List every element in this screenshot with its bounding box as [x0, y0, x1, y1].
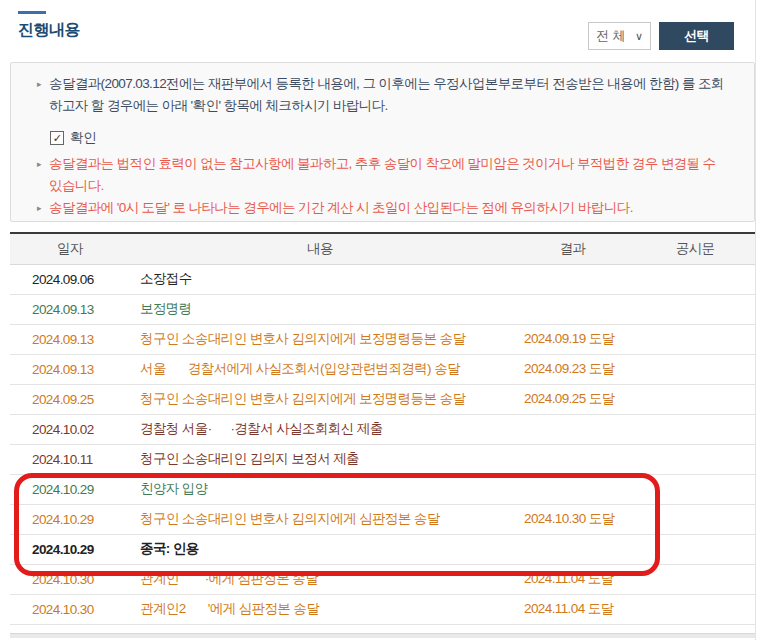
table-row: 2024.09.13서울 경찰서에게 사실조회서(입양관련범죄경력) 송달202… [10, 354, 755, 384]
notice-warning-text: 송달결과에 '0시 도달' 로 나타나는 경우에는 기간 계산 시 초일이 산입… [49, 200, 633, 215]
table-row: 2024.10.29청구인 소송대리인 변호사 김의지에게 심판정본 송달202… [10, 504, 755, 534]
cell-date: 2024.09.13 [10, 294, 130, 324]
cell-result [510, 534, 635, 564]
bullet-icon: ▸ [37, 73, 41, 95]
notice-warning-text: 송달결과는 법적인 효력이 없는 참고사항에 불과하고, 추후 송달이 착오에 … [49, 156, 715, 193]
cell-content: 관계인2 '에게 심판정본 송달 [130, 594, 510, 624]
notice-box: ▸ 송달결과(2007.03.12전에는 재판부에서 등록한 내용에, 그 이후… [10, 62, 755, 222]
column-header-content: 내용 [130, 234, 510, 264]
cell-content: 청구인 소송대리인 김의지 보정서 제출 [130, 444, 510, 474]
cell-result: 2024.09.25 도달 [510, 384, 635, 414]
cell-content: 경찰청 서울· ·경찰서 사실조회회신 제출 [130, 414, 510, 444]
cell-date: 2024.10.11 [10, 444, 130, 474]
table-header-row: 일자 내용 결과 공시문 [10, 234, 755, 264]
table-row: 2024.10.29종국: 인용 [10, 534, 755, 564]
cell-date: 2024.10.29 [10, 534, 130, 564]
cell-notice-doc [635, 354, 755, 384]
cell-notice-doc [635, 474, 755, 504]
notice-warning-item: ▸ 송달결과에 '0시 도달' 로 나타나는 경우에는 기간 계산 시 초일이 … [37, 197, 730, 219]
progress-table: 일자 내용 결과 공시문 2024.09.06소장접수2024.09.13보정명… [10, 232, 755, 625]
page-right-border [755, 0, 756, 640]
confirm-checkbox-label: 확인 [70, 127, 96, 149]
table-row: 2024.10.29친양자 입양 [10, 474, 755, 504]
cell-notice-doc [635, 534, 755, 564]
table-row: 2024.10.02경찰청 서울· ·경찰서 사실조회회신 제출 [10, 414, 755, 444]
filter-selected-value: 전 체 [596, 27, 626, 45]
page-header: 진행내용 전 체 ∨ 선택 [0, 0, 768, 62]
cell-result [510, 474, 635, 504]
bullet-icon: ▸ [37, 153, 41, 175]
notice-info-text: 송달결과(2007.03.12전에는 재판부에서 등록한 내용에, 그 이후에는… [49, 76, 724, 113]
cell-notice-doc [635, 414, 755, 444]
column-header-date: 일자 [10, 234, 130, 264]
cell-date: 2024.09.13 [10, 324, 130, 354]
table-row: 2024.10.30관계인 ˙ ·에게 심판정본 송달2024.11.04 도달 [10, 564, 755, 594]
cell-content: 종국: 인용 [130, 534, 510, 564]
cell-result: 2024.11.04 도달 [510, 564, 635, 594]
cell-notice-doc [635, 564, 755, 594]
title-accent-bar [18, 11, 46, 14]
column-header-notice-doc: 공시문 [635, 234, 755, 264]
filter-select[interactable]: 전 체 ∨ [588, 22, 651, 50]
chevron-down-icon: ∨ [635, 30, 643, 43]
cell-notice-doc [635, 384, 755, 414]
cell-content: 청구인 소송대리인 변호사 김의지에게 보정명령등본 송달 [130, 324, 510, 354]
cell-notice-doc [635, 444, 755, 474]
cell-result [510, 294, 635, 324]
cell-date: 2024.10.30 [10, 594, 130, 624]
notice-warning-item: ▸ 송달결과는 법적인 효력이 없는 참고사항에 불과하고, 추후 송달이 착오… [37, 153, 730, 197]
cell-content: 청구인 소송대리인 변호사 김의지에게 심판정본 송달 [130, 504, 510, 534]
cell-notice-doc [635, 324, 755, 354]
table-row: 2024.09.06소장접수 [10, 264, 755, 294]
cell-date: 2024.10.02 [10, 414, 130, 444]
cell-content: 서울 경찰서에게 사실조회서(입양관련범죄경력) 송달 [130, 354, 510, 384]
cell-result: 2024.11.04 도달 [510, 594, 635, 624]
column-header-result: 결과 [510, 234, 635, 264]
cell-content: 친양자 입양 [130, 474, 510, 504]
table-row: 2024.10.30관계인2 '에게 심판정본 송달2024.11.04 도달 [10, 594, 755, 624]
cell-date: 2024.09.13 [10, 354, 130, 384]
notice-info-item: ▸ 송달결과(2007.03.12전에는 재판부에서 등록한 내용에, 그 이후… [37, 73, 730, 117]
cell-result: 2024.10.30 도달 [510, 504, 635, 534]
cell-notice-doc [635, 294, 755, 324]
cell-content: 관계인 ˙ ·에게 심판정본 송달 [130, 564, 510, 594]
select-button[interactable]: 선택 [659, 22, 734, 50]
cell-notice-doc [635, 594, 755, 624]
cell-content: 청구인 소송대리인 변호사 김의지에게 보정명령등본 송달 [130, 384, 510, 414]
cell-result: 2024.09.23 도달 [510, 354, 635, 384]
cell-content: 보정명령 [130, 294, 510, 324]
cell-result [510, 264, 635, 294]
table-row: 2024.09.13보정명령 [10, 294, 755, 324]
cell-notice-doc [635, 504, 755, 534]
filter-controls: 전 체 ∨ 선택 [588, 22, 734, 50]
cell-notice-doc [635, 264, 755, 294]
bullet-icon: ▸ [37, 197, 41, 219]
table-row: 2024.09.25청구인 소송대리인 변호사 김의지에게 보정명령등본 송달2… [10, 384, 755, 414]
section-divider [10, 633, 755, 638]
table-row: 2024.09.13청구인 소송대리인 변호사 김의지에게 보정명령등본 송달2… [10, 324, 755, 354]
cell-result: 2024.09.19 도달 [510, 324, 635, 354]
cell-result [510, 414, 635, 444]
confirm-checkbox-row: ✓ 확인 [50, 127, 730, 149]
confirm-checkbox[interactable]: ✓ [50, 131, 64, 145]
cell-date: 2024.09.25 [10, 384, 130, 414]
cell-result [510, 444, 635, 474]
cell-date: 2024.10.30 [10, 564, 130, 594]
cell-date: 2024.09.06 [10, 264, 130, 294]
cell-date: 2024.10.29 [10, 474, 130, 504]
page-title: 진행내용 [18, 20, 80, 41]
table-row: 2024.10.11청구인 소송대리인 김의지 보정서 제출 [10, 444, 755, 474]
cell-date: 2024.10.29 [10, 504, 130, 534]
cell-content: 소장접수 [130, 264, 510, 294]
progress-page: 진행내용 전 체 ∨ 선택 ▸ 송달결과(2007.03.12전에는 재판부에서… [0, 0, 768, 640]
